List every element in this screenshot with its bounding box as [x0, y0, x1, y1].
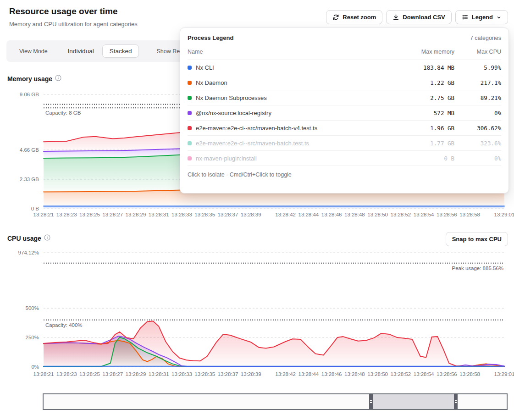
- svg-text:0 B: 0 B: [31, 206, 39, 211]
- legend-row[interactable]: nx-maven-plugin:install0 B0%: [188, 151, 501, 166]
- legend-column-headers: Name Max memory Max CPU: [188, 41, 501, 60]
- svg-text:4.66 GB: 4.66 GB: [20, 147, 39, 153]
- page-title: Resource usage over time: [9, 6, 118, 17]
- legend-rows: Nx CLI183.84 MB5.99%Nx Daemon1.22 GB217.…: [188, 60, 501, 166]
- series-name: Nx CLI: [196, 64, 214, 71]
- svg-text:13:28:50: 13:28:50: [367, 371, 388, 377]
- snap-button-label: Snap to max CPU: [452, 236, 502, 243]
- svg-text:13:28:52: 13:28:52: [390, 371, 411, 377]
- svg-text:13:28:56: 13:28:56: [437, 212, 457, 217]
- svg-text:13:28:42: 13:28:42: [275, 371, 296, 377]
- legend-row[interactable]: e2e-maven:e2e-ci--src/maven-batch.test.t…: [188, 136, 501, 151]
- svg-text:13:28:21: 13:28:21: [33, 371, 54, 377]
- cpu-section-title: CPU usage: [7, 234, 50, 242]
- brush-handle-left[interactable]: [369, 394, 373, 409]
- max-memory-value: 1.77 GB: [386, 140, 454, 147]
- view-mode-individual[interactable]: Individual: [63, 45, 99, 57]
- svg-text:13:29:01: 13:29:01: [494, 212, 514, 217]
- max-cpu-value: 89.21%: [454, 94, 501, 101]
- svg-text:13:28:23: 13:28:23: [56, 212, 77, 217]
- svg-text:500%: 500%: [26, 305, 39, 311]
- reset-zoom-label: Reset zoom: [343, 14, 376, 21]
- svg-text:13:28:56: 13:28:56: [437, 371, 457, 377]
- legend-footer-hint: Click to isolate · Cmd/Ctrl+Click to tog…: [188, 166, 501, 178]
- reset-zoom-button[interactable]: Reset zoom: [326, 10, 382, 24]
- snap-to-max-cpu-button[interactable]: Snap to max CPU: [446, 232, 508, 246]
- svg-text:13:28:39: 13:28:39: [241, 212, 261, 217]
- max-memory-value: 2.75 GB: [386, 94, 454, 101]
- refresh-icon: [332, 14, 339, 21]
- legend-row[interactable]: Nx Daemon Subprocesses2.75 GB89.21%: [188, 90, 501, 105]
- cpu-title-text: CPU usage: [7, 235, 41, 242]
- legend-row[interactable]: Nx CLI183.84 MB5.99%: [188, 60, 501, 75]
- view-mode-stacked[interactable]: Stacked: [102, 44, 139, 58]
- svg-text:13:28:44: 13:28:44: [298, 212, 319, 217]
- svg-text:13:28:54: 13:28:54: [414, 212, 434, 217]
- series-color-swatch: [188, 126, 192, 130]
- series-name: Nx Daemon: [196, 79, 227, 86]
- svg-text:13:28:50: 13:28:50: [367, 212, 388, 217]
- svg-text:13:28:27: 13:28:27: [102, 371, 123, 377]
- brush-selection[interactable]: [369, 394, 458, 409]
- svg-text:Capacity: 400%: Capacity: 400%: [45, 322, 83, 328]
- svg-text:0%: 0%: [31, 364, 39, 370]
- resource-usage-dashboard: Resource usage over time Memory and CPU …: [0, 0, 514, 420]
- column-max-memory: Max memory: [386, 49, 454, 55]
- series-name: e2e-maven:e2e-ci--src/maven-batch.test.t…: [196, 140, 309, 147]
- chevron-down-icon: [496, 15, 502, 20]
- memory-section-title: Memory usage: [7, 75, 61, 83]
- legend-row[interactable]: Nx Daemon1.22 GB217.1%: [188, 75, 501, 90]
- svg-text:13:28:35: 13:28:35: [194, 371, 215, 377]
- legend-row[interactable]: e2e-maven:e2e-ci--src/maven-batch-v4.tes…: [188, 121, 501, 136]
- svg-text:13:28:37: 13:28:37: [218, 212, 238, 217]
- series-name: e2e-maven:e2e-ci--src/maven-batch-v4.tes…: [196, 125, 317, 132]
- svg-text:250%: 250%: [26, 335, 39, 340]
- popup-header: Process Legend 7 categories: [188, 34, 501, 41]
- svg-text:13:28:52: 13:28:52: [390, 212, 411, 217]
- max-memory-value: 183.84 MB: [386, 64, 454, 71]
- svg-text:13:28:27: 13:28:27: [102, 212, 123, 217]
- info-icon[interactable]: [55, 75, 61, 83]
- info-icon[interactable]: [44, 234, 50, 242]
- svg-text:13:28:58: 13:28:58: [459, 212, 480, 217]
- max-cpu-value: 217.1%: [454, 79, 501, 86]
- legend-button-label: Legend: [472, 14, 493, 21]
- series-color-swatch: [188, 66, 192, 70]
- download-csv-button[interactable]: Download CSV: [386, 10, 451, 24]
- svg-text:9.06 GB: 9.06 GB: [20, 92, 39, 97]
- svg-text:13:28:42: 13:28:42: [275, 212, 296, 217]
- svg-text:2.33 GB: 2.33 GB: [20, 177, 39, 182]
- svg-text:13:28:44: 13:28:44: [298, 371, 319, 377]
- svg-text:13:28:31: 13:28:31: [149, 212, 169, 217]
- legend-dropdown-button[interactable]: Legend: [455, 10, 508, 24]
- series-color-swatch: [188, 156, 192, 160]
- brush-handle-right[interactable]: [454, 394, 458, 409]
- svg-text:13:28:21: 13:28:21: [33, 212, 54, 217]
- series-color-swatch: [188, 96, 192, 100]
- svg-text:13:28:23: 13:28:23: [56, 371, 77, 377]
- svg-text:13:28:25: 13:28:25: [79, 212, 100, 217]
- max-cpu-value: 0%: [454, 110, 501, 116]
- legend-row[interactable]: @nx/nx-source:local-registry572 MB0%: [188, 105, 501, 121]
- svg-text:13:28:37: 13:28:37: [218, 371, 238, 377]
- max-cpu-value: 5.99%: [454, 64, 501, 71]
- max-cpu-value: 323.6%: [454, 140, 501, 147]
- svg-text:13:28:48: 13:28:48: [344, 212, 365, 217]
- svg-text:13:28:33: 13:28:33: [171, 371, 192, 377]
- time-range-brush[interactable]: [43, 393, 508, 410]
- column-max-cpu: Max CPU: [454, 49, 501, 55]
- download-csv-label: Download CSV: [403, 14, 445, 21]
- max-cpu-value: 306.62%: [454, 125, 501, 132]
- page-subtitle: Memory and CPU utilization for agent cat…: [9, 21, 138, 28]
- series-color-swatch: [188, 81, 192, 85]
- svg-text:13:29:01: 13:29:01: [494, 371, 514, 377]
- column-name: Name: [188, 49, 386, 55]
- series-name: @nx/nx-source:local-registry: [196, 110, 271, 116]
- max-memory-value: 572 MB: [386, 110, 454, 116]
- cpu-usage-chart[interactable]: 974.12%500%250%0%13:28:2113:28:2313:28:2…: [0, 248, 514, 381]
- svg-text:13:28:33: 13:28:33: [171, 212, 192, 217]
- svg-text:13:28:48: 13:28:48: [344, 371, 365, 377]
- svg-text:13:28:46: 13:28:46: [321, 371, 342, 377]
- series-color-swatch: [188, 111, 192, 115]
- memory-title-text: Memory usage: [7, 75, 52, 83]
